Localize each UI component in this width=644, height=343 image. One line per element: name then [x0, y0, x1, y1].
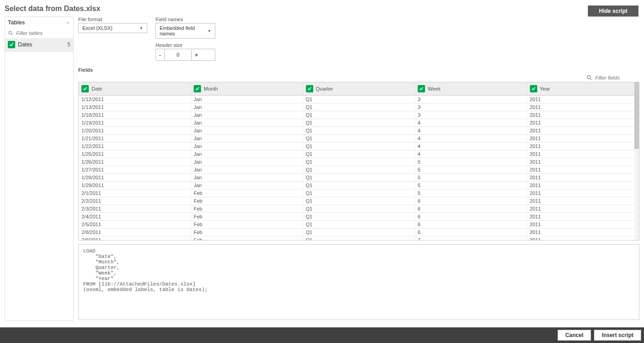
table-row: 1/20/2011JanQ142011: [79, 127, 639, 135]
table-cell: 1/25/2011: [79, 150, 191, 158]
header-size-plus-button[interactable]: +: [192, 49, 200, 60]
fields-label: Fields: [78, 67, 639, 73]
table-row: 1/28/2011JanQ152011: [79, 174, 639, 182]
table-cell: 2/2/2011: [79, 197, 191, 205]
table-cell: 2/4/2011: [79, 213, 191, 221]
checkbox-icon[interactable]: [81, 85, 89, 92]
table-cell: Feb: [191, 205, 303, 213]
filter-tables[interactable]: [5, 28, 73, 38]
table-row: 1/29/2011JanQ152011: [79, 182, 639, 189]
table-cell: 2011: [527, 111, 639, 119]
table-cell: 5: [415, 166, 527, 174]
svg-point-2: [587, 75, 590, 79]
table-cell: 1/20/2011: [79, 127, 191, 135]
table-item-count: 5: [67, 41, 70, 48]
table-cell: 2011: [527, 96, 639, 103]
data-table: DateMonthQuarterWeekYear 1/12/2011JanQ13…: [78, 82, 639, 240]
page-title: Select data from Dates.xlsx: [5, 5, 639, 13]
table-cell: 1/29/2011: [79, 182, 191, 189]
column-header[interactable]: Week: [415, 82, 527, 96]
table-cell: Jan: [191, 182, 303, 189]
table-cell: 2011: [527, 158, 639, 166]
table-cell: 2011: [527, 174, 639, 182]
filter-tables-input[interactable]: [15, 30, 70, 36]
table-row: 1/18/2011JanQ132011: [79, 111, 639, 119]
table-cell: Q1: [303, 143, 415, 150]
table-cell: Q1: [303, 213, 415, 221]
expand-arrow-icon[interactable]: →: [64, 19, 70, 26]
table-cell: Q1: [303, 150, 415, 158]
search-icon: [586, 74, 592, 81]
column-header[interactable]: Date: [79, 82, 191, 96]
vertical-scrollbar[interactable]: ▼: [634, 82, 639, 240]
table-cell: 1/27/2011: [79, 166, 191, 174]
table-cell: 6: [415, 221, 527, 229]
insert-script-button[interactable]: Insert script: [594, 330, 641, 341]
table-cell: 2011: [527, 213, 639, 221]
table-cell: 2011: [527, 103, 639, 111]
table-cell: 4: [415, 135, 527, 143]
table-cell: Jan: [191, 119, 303, 127]
table-cell: Jan: [191, 127, 303, 135]
table-cell: Q1: [303, 135, 415, 143]
table-cell: 2011: [527, 229, 639, 236]
table-cell: Jan: [191, 158, 303, 166]
table-cell: Q1: [303, 103, 415, 111]
table-row: 2/1/2011FebQ152011: [79, 189, 639, 197]
table-cell: 2011: [527, 119, 639, 127]
table-cell: Q1: [303, 236, 415, 241]
table-row: 1/27/2011JanQ152011: [79, 166, 639, 174]
table-cell: 6: [415, 229, 527, 236]
checkbox-icon[interactable]: [530, 85, 537, 92]
file-format-select[interactable]: Excel (XLSX) ▼: [78, 23, 147, 33]
table-cell: 2011: [527, 205, 639, 213]
checkbox-icon[interactable]: [418, 85, 425, 92]
table-cell: Feb: [191, 221, 303, 229]
header-size-label: Header size: [155, 42, 215, 48]
file-format-value: Excel (XLSX): [82, 25, 112, 31]
table-cell: 6: [415, 213, 527, 221]
table-cell: 1/12/2011: [79, 96, 191, 103]
table-cell: 3: [415, 96, 527, 103]
svg-line-3: [590, 78, 591, 80]
column-header-label: Date: [92, 86, 102, 91]
column-header[interactable]: Month: [191, 82, 303, 96]
table-cell: 5: [415, 189, 527, 197]
column-header[interactable]: Quarter: [303, 82, 415, 96]
column-header-label: Year: [540, 86, 550, 91]
table-cell: 1/21/2011: [79, 135, 191, 143]
filter-fields[interactable]: [78, 74, 631, 81]
table-row: 1/25/2011JanQ142011: [79, 150, 639, 158]
table-cell: Q1: [303, 166, 415, 174]
table-cell: 2011: [527, 135, 639, 143]
column-header[interactable]: Year: [527, 82, 639, 96]
filter-fields-input[interactable]: [594, 74, 631, 81]
table-row: 1/19/2011JanQ142011: [79, 119, 639, 127]
search-icon: [8, 30, 13, 36]
cancel-button[interactable]: Cancel: [558, 330, 591, 341]
table-row: 2/8/2011FebQ162011: [79, 229, 639, 236]
script-preview: LOAD "Date", "Month", Quarter, "Week", "…: [78, 244, 639, 320]
checkbox-icon[interactable]: [194, 85, 201, 92]
table-row: 1/26/2011JanQ152011: [79, 158, 639, 166]
table-cell: Jan: [191, 135, 303, 143]
column-header-label: Quarter: [316, 86, 333, 91]
table-cell: 2011: [527, 236, 639, 241]
hide-script-button[interactable]: Hide script: [588, 6, 638, 17]
table-cell: 6: [415, 197, 527, 205]
table-cell: Q1: [303, 96, 415, 103]
scrollbar-thumb[interactable]: [634, 82, 639, 149]
table-cell: Feb: [191, 236, 303, 241]
table-cell: 3: [415, 111, 527, 119]
table-cell: Q1: [303, 205, 415, 213]
table-cell: 2011: [527, 166, 639, 174]
table-cell: 2011: [527, 197, 639, 205]
header-size-minus-button[interactable]: -: [156, 49, 164, 60]
table-row: 2/9/2011FebQ172011: [79, 236, 639, 241]
checkbox-icon[interactable]: [306, 85, 313, 92]
table-cell: 5: [415, 182, 527, 189]
checkbox-icon[interactable]: [8, 41, 15, 48]
table-item[interactable]: Dates5: [5, 38, 73, 51]
field-names-select[interactable]: Embedded field names ▼: [155, 23, 215, 39]
table-cell: 2011: [527, 221, 639, 229]
